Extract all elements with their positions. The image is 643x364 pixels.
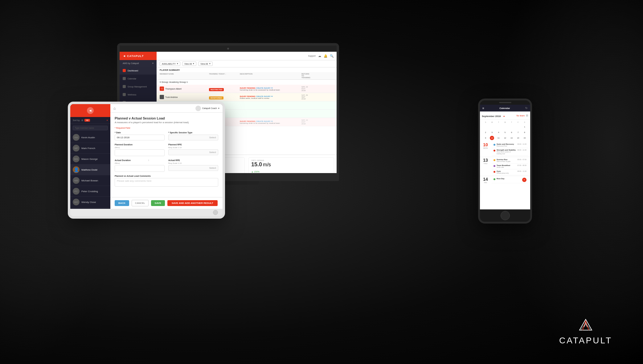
cal-day-12[interactable]: 12 xyxy=(503,136,507,140)
cal-day-8[interactable]: 8 xyxy=(522,130,527,135)
cal-day-13[interactable]: 13 xyxy=(510,136,514,140)
col-header-return: RETURN TO TRAINING xyxy=(301,73,310,79)
sidebar-item-dashboard[interactable]: Dashboard xyxy=(120,67,157,75)
cal-week-1: 1 xyxy=(481,124,529,130)
date-value: 06-12-2018 xyxy=(117,136,129,139)
cal-day-4[interactable]: 4 xyxy=(496,130,501,135)
table-row-thompson: 🛡 Thompson Albert RESTRICTED INJURY PEND… xyxy=(157,85,337,93)
planned-duration-input[interactable] xyxy=(115,149,165,156)
actual-duration-input[interactable] xyxy=(115,165,165,172)
event-info-sunrise: Sunrise Run Start at Park St gate xyxy=(497,159,516,162)
create-injury-tusk[interactable]: CREATE INJURY ✏ xyxy=(256,95,272,97)
cal-day-empty-2 xyxy=(490,125,494,129)
cancel-button[interactable]: CANCEL xyxy=(132,200,148,206)
planned-rpe-select[interactable]: Select xyxy=(168,149,218,155)
tablet-form-nav-icons: ⌂ xyxy=(113,106,116,111)
event-dot-rest xyxy=(494,178,495,180)
tablet-player-matthew[interactable]: 👤 Matthew Dodd xyxy=(70,164,110,175)
tablet-user-info: Catapult Coach ▾ xyxy=(195,106,219,111)
save-button[interactable]: SAVE xyxy=(151,200,165,206)
cal-day-15[interactable]: 15 xyxy=(522,136,527,140)
event-info-gym: Gym Rehab group only xyxy=(497,170,516,174)
col-header-description: DESCRIPTION xyxy=(240,73,301,79)
create-r2[interactable]: CREATE INJURY ✏ xyxy=(256,120,272,122)
phone-day-number-14: 14 FRI xyxy=(482,177,489,184)
view-all-filter-2[interactable]: View All ▾ xyxy=(198,62,212,66)
group-label: ▾ Group: Academy Group 1 xyxy=(157,80,337,85)
hamburger-menu-icon[interactable]: ≡ xyxy=(482,107,484,110)
injury-description: hamstring strain to be assessed by medic… xyxy=(240,89,301,91)
required-note: * Required Field xyxy=(115,127,218,129)
cal-day-empty-4 xyxy=(503,125,507,129)
tablet-sidebar-top: ◄ xyxy=(70,104,110,117)
tablet-player-wendy[interactable]: WC Wendy Close xyxy=(70,197,110,208)
event-time-sunrise: 05:00 - 07:00 xyxy=(518,159,526,160)
cal-header-thu: T xyxy=(509,121,515,123)
ams-filter-bar: AVAILABILITY ▾ View All ▾ View All ▾ xyxy=(157,60,337,67)
event-rest: Rest Day + xyxy=(492,177,528,183)
phone-day-number-13: 13 THU xyxy=(482,158,489,175)
cal-day-6[interactable]: 6 xyxy=(510,130,514,135)
sidebar-item-calendar[interactable]: Calendar xyxy=(120,75,157,83)
return-date-thompson: SAT, 13 OCT 2018 xyxy=(301,86,309,91)
cal-day-5[interactable]: 5 xyxy=(503,130,507,135)
sort-all-badge[interactable]: All xyxy=(84,119,90,122)
cal-day-1[interactable]: 1 xyxy=(522,125,527,129)
day-num-14: 14 xyxy=(482,177,489,182)
tablet-player-mason[interactable]: MG Mason George xyxy=(70,154,110,164)
tablet-player-peter[interactable]: PC Peter Crodding xyxy=(70,186,110,197)
tablet-back-button[interactable]: ◄ xyxy=(87,107,94,114)
availability-filter[interactable]: AVAILABILITY ▾ xyxy=(160,62,180,66)
phone-events-area: 10 MON Swim and Recovery Richmond Pool 0… xyxy=(480,141,530,209)
tablet-search-input[interactable]: Type member name xyxy=(73,126,108,130)
date-field: * Date 06-12-2018 xyxy=(115,131,165,140)
player-icon-tusk xyxy=(160,95,164,99)
day-num-13: 13 xyxy=(482,158,489,163)
tablet-player-mark[interactable]: MF Mark French xyxy=(70,143,110,154)
tablet-sidebar: ◄ Sort by: ⊞ All ▾ Type member name KA K… xyxy=(70,104,110,209)
save-and-add-button[interactable]: SAVE AND ADD ANOTHER RESULT xyxy=(167,200,218,206)
cal-day-7[interactable]: 7 xyxy=(516,130,520,135)
rpe-mini-chart xyxy=(240,168,242,176)
event-title-rest: Rest Day xyxy=(497,178,521,180)
cal-day-2[interactable]: 2 xyxy=(483,130,488,135)
back-button[interactable]: BACK xyxy=(115,200,129,206)
create-injury-link[interactable]: CREATE INJURY ✏ xyxy=(256,87,272,89)
sidebar-item-group-management[interactable]: Group Management xyxy=(120,83,157,91)
cal-day-11[interactable]: 11 xyxy=(496,136,501,140)
ybt1-change: ▲ 150% xyxy=(251,171,260,173)
comments-input[interactable]: Please add any comments here xyxy=(115,178,218,187)
filter-icon[interactable]: ⊞ xyxy=(526,114,528,117)
sidebar-item-wellness[interactable]: Wellness xyxy=(120,91,157,99)
tablet-player-kevin[interactable]: KA Kevin Austin xyxy=(70,132,110,143)
refresh-icon[interactable]: ↻ xyxy=(525,107,528,110)
dashboard-icon xyxy=(123,69,126,72)
cal-day-9[interactable]: 9 xyxy=(483,136,488,140)
description-cell-thompson: INJURY PENDING CREATE INJURY ✏ hamstring… xyxy=(240,87,301,91)
user-chevron-icon: ▾ xyxy=(218,107,219,110)
event-loc-sunrise: Start at Park St gate xyxy=(497,160,516,162)
view-all-filter-1[interactable]: View All ▾ xyxy=(182,62,196,66)
tablet-sort-bar: Sort by: ⊞ All ▾ xyxy=(70,117,110,124)
date-input[interactable]: 06-12-2018 xyxy=(115,135,165,140)
avatar-initials-michael: MB xyxy=(74,179,78,182)
session-type-select[interactable]: Select xyxy=(168,135,218,140)
date-label: * Date xyxy=(115,131,165,134)
cal-header-mon: M xyxy=(489,121,495,123)
tablet-home-button[interactable] xyxy=(213,210,218,215)
session-type-label: * Specific Session Type xyxy=(168,131,218,134)
cal-day-3[interactable]: 3 xyxy=(490,130,494,135)
event-info-breakfast: Team Breakfast Smith cafe xyxy=(497,164,516,168)
actual-rpe-label: Actual RPE xyxy=(168,159,218,161)
actual-rpe-select[interactable]: Select xyxy=(168,165,218,171)
cal-day-14[interactable]: 14 xyxy=(516,136,520,140)
ybt1-value-container: 15.0 m/s xyxy=(251,161,331,168)
home-icon[interactable]: ⌂ xyxy=(113,106,116,111)
cal-day-10-today[interactable]: 10 xyxy=(490,136,494,140)
tablet-player-michael[interactable]: MB Michael Bowan xyxy=(70,175,110,186)
view-all-1-label: View All xyxy=(184,63,192,65)
phone-topbar: ≡ Calendar ↻ xyxy=(480,105,530,111)
phone-home-button[interactable] xyxy=(501,211,510,220)
search-placeholder: Type member name xyxy=(75,127,94,129)
phone-screen: ≡ Calendar ↻ September 2018 ● No team ⊞ … xyxy=(480,105,530,209)
